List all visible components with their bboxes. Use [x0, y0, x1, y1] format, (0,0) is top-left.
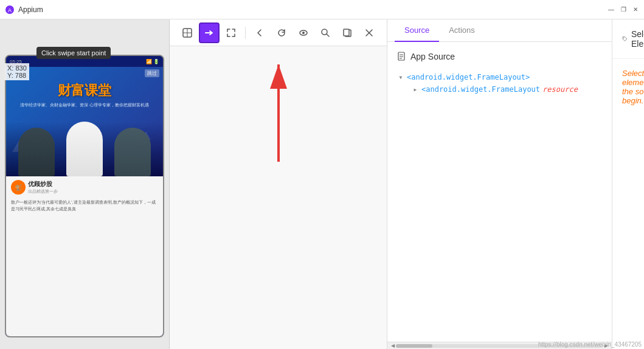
search-icon [320, 27, 331, 38]
phone-content: 05:25 📶 🔋 跳过 财富课堂 清华经济学家、央财金融学家、资深 心理学专家… [6, 56, 163, 336]
selected-element-hint: Select an element in the source to begin… [612, 59, 644, 115]
source-content: App Source ▼ <android.widget.FrameLayout… [387, 42, 612, 342]
tree-resource: resource [542, 85, 578, 94]
restore-button[interactable]: ❐ [620, 6, 627, 13]
y-coord: Y: 788 [7, 72, 27, 79]
logo-icon: 🐒 [11, 180, 26, 195]
banner-title: 财富课堂 [11, 81, 158, 100]
tree-arrow-root: ▼ [397, 74, 404, 81]
coordinates-display: X: 830 Y: 788 [5, 63, 29, 80]
app-title: Appium [18, 5, 608, 14]
close-session-button[interactable] [359, 22, 379, 43]
banner-subtitle: 清华经济学家、央财金融学家、资深 心理学专家，教你把握财富机遇 [11, 102, 158, 108]
svg-line-8 [327, 34, 329, 36]
red-arrow-annotation [260, 52, 297, 174]
eye-button[interactable] [293, 22, 314, 43]
refresh-button[interactable] [271, 22, 292, 43]
watermark: https://blog.csdn.net/weixin_43467205 [538, 341, 642, 348]
tree-item-root[interactable]: ▼ <android.widget.FrameLayout> [397, 71, 602, 83]
app-logo-section: 🐒 优顾炒股 出品精选第一步 [11, 180, 158, 197]
swipe-tooltip: Click swipe start point [36, 47, 111, 59]
tab-actions[interactable]: Actions [439, 19, 485, 42]
selected-element-panel: Selected Element Select an element in th… [612, 19, 644, 349]
tree-child-1: ▶ <android.widget.FrameLayout resource [412, 83, 602, 95]
copy-button[interactable] [337, 22, 358, 43]
refresh-icon [276, 27, 287, 38]
toolbar-divider-1 [245, 27, 246, 39]
tree-item-child[interactable]: ▶ <android.widget.FrameLayout resource [412, 83, 602, 95]
source-panel: Source Actions App Source ▼ [387, 19, 612, 349]
close-icon [364, 27, 375, 38]
xml-tree: ▼ <android.widget.FrameLayout> ▶ <androi… [397, 71, 602, 95]
swipe-button[interactable] [199, 22, 220, 43]
svg-text:A: A [8, 7, 12, 13]
tree-node-root: <android.widget.FrameLayout> [407, 73, 530, 81]
tab-source[interactable]: Source [395, 19, 439, 42]
tree-arrow-child: ▶ [412, 86, 419, 93]
app-source-header: App Source [397, 52, 602, 61]
main-layout: Click swipe start point X: 830 Y: 788 05… [0, 19, 644, 349]
close-button[interactable]: ✕ [632, 6, 639, 13]
fullscreen-button[interactable] [221, 22, 241, 43]
svg-point-6 [302, 32, 305, 34]
person-3 [114, 128, 151, 176]
window-controls: — ❐ ✕ [608, 6, 639, 13]
left-panel: Click swipe start point X: 830 Y: 788 05… [0, 19, 170, 349]
toolbar [170, 19, 387, 46]
select-element-button[interactable] [177, 22, 198, 43]
phone-bottom-section: 🐒 优顾炒股 出品精选第一步 散户一般还评为'当代最可爱的人',请主染最新调查表… [6, 176, 163, 336]
svg-rect-10 [344, 29, 349, 36]
person-1 [18, 128, 55, 176]
scrollbar-thumb[interactable] [396, 344, 432, 348]
tag-icon [622, 34, 628, 44]
arrow-area [170, 46, 387, 349]
back-icon [254, 27, 265, 38]
back-button[interactable] [249, 22, 270, 43]
search-button[interactable] [315, 22, 336, 43]
selected-element-header: Selected Element [612, 19, 644, 59]
swipe-icon [204, 27, 215, 38]
app-logo: A [5, 5, 15, 15]
tooltip-text: Click swipe start point [36, 47, 111, 59]
tree-node-child: <android.widget.FrameLayout [421, 85, 540, 94]
fullscreen-icon [226, 27, 237, 38]
logo-name: 优顾炒股 [28, 180, 58, 188]
center-panel [170, 19, 387, 349]
phone-bottom-text: 散户一般还评为'当代最可爱的人',请主染最新调查表明,散产的概况知下，一成是习民… [11, 199, 158, 212]
app-source-title: App Source [410, 52, 455, 61]
scrollbar-left-arrow[interactable]: ◀ [390, 343, 396, 348]
skip-button[interactable]: 跳过 [145, 69, 159, 77]
panel-tabs: Source Actions [387, 19, 612, 42]
minimize-button[interactable]: — [608, 6, 615, 13]
person-2 [66, 122, 103, 176]
right-panel: Source Actions App Source ▼ [387, 19, 644, 349]
logo-sub: 出品精选第一步 [28, 188, 58, 195]
title-bar: A Appium — ❐ ✕ [0, 0, 644, 19]
phone-frame[interactable]: 05:25 📶 🔋 跳过 财富课堂 清华经济学家、央财金融学家、资深 心理学专家… [5, 55, 164, 337]
document-icon [397, 52, 407, 61]
copy-icon [342, 27, 353, 38]
eye-icon [298, 27, 309, 38]
x-coord: X: 830 [7, 64, 27, 72]
select-icon [182, 27, 193, 38]
phone-banner: 跳过 财富课堂 清华经济学家、央财金融学家、资深 心理学专家，教你把握财富机遇 [6, 67, 163, 176]
phone-people [6, 122, 163, 176]
selected-element-title: Selected Element [631, 29, 644, 49]
svg-point-19 [623, 38, 624, 38]
